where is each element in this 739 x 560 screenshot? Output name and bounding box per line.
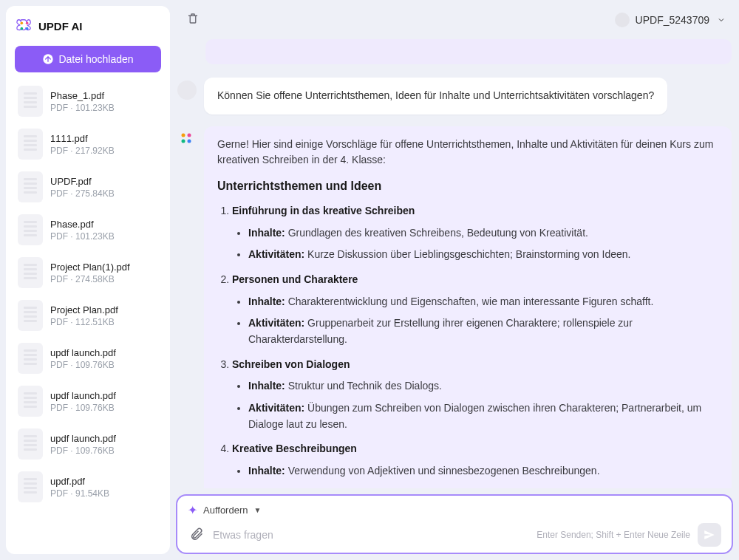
ai-intro: Gerne! Hier sind einige Vorschläge für o… xyxy=(217,137,718,168)
file-meta: PDF · 274.58KB xyxy=(50,274,130,284)
prompt-label: Auffordern xyxy=(203,505,248,516)
svg-point-3 xyxy=(26,27,29,30)
attach-button[interactable] xyxy=(188,525,205,545)
file-name: 1111.pdf xyxy=(50,133,115,144)
pdf-file-icon xyxy=(18,129,43,160)
caret-down-icon: ▼ xyxy=(253,506,261,514)
topic-title: Einführung in das kreative Schreiben xyxy=(232,205,415,216)
pdf-file-icon xyxy=(18,214,43,245)
topic-detail: Inhalte: Struktur und Technik des Dialog… xyxy=(248,378,718,395)
file-item[interactable]: updf launch.pdfPDF · 109.76KB xyxy=(15,380,161,423)
app-logo-icon xyxy=(16,18,33,34)
upload-file-button[interactable]: Datei hochladen xyxy=(15,46,161,72)
pdf-file-icon xyxy=(18,257,43,288)
file-meta: PDF · 217.92KB xyxy=(50,146,115,156)
file-item[interactable]: Phase.pdfPDF · 101.23KB xyxy=(15,208,161,251)
user-avatar-icon xyxy=(615,13,630,27)
svg-point-6 xyxy=(188,133,191,137)
topic-item: Einführung in das kreative SchreibenInha… xyxy=(232,203,718,263)
ai-message-row: Gerne! Hier sind einige Vorschläge für o… xyxy=(177,126,732,488)
topic-item: Schreiben von DialogenInhalte: Struktur … xyxy=(232,357,718,433)
send-icon xyxy=(703,528,716,542)
pdf-file-icon xyxy=(18,171,43,202)
upload-icon xyxy=(42,53,54,65)
svg-point-0 xyxy=(21,22,24,25)
chat-area: Können Sie offene Unterrichtsthemen, Ide… xyxy=(176,39,733,488)
topic-title: Personen und Charaktere xyxy=(232,273,358,285)
input-hint: Enter Senden; Shift + Enter Neue Zeile xyxy=(537,530,690,540)
file-meta: PDF · 112.51KB xyxy=(50,317,118,327)
topic-title: Schreiben von Dialogen xyxy=(232,358,350,370)
user-message-row: Können Sie offene Unterrichtsthemen, Ide… xyxy=(177,78,732,115)
ai-logo-icon xyxy=(177,129,195,147)
file-meta: PDF · 109.76KB xyxy=(50,445,116,456)
sidebar: UPDF AI Datei hochladen Phase_1.pdfPDF ·… xyxy=(6,6,170,554)
file-meta: PDF · 109.76KB xyxy=(50,360,116,370)
file-meta: PDF · 101.23KB xyxy=(50,103,115,113)
ai-message-bubble: Gerne! Hier sind einige Vorschläge für o… xyxy=(204,126,732,488)
ai-sections-list: Einführung in das kreative SchreibenInha… xyxy=(217,203,718,479)
file-list: Phase_1.pdfPDF · 101.23KB1111.pdfPDF · 2… xyxy=(15,80,161,508)
file-item[interactable]: Project Plan(1).pdfPDF · 274.58KB xyxy=(15,251,161,294)
file-item[interactable]: UPDF.pdfPDF · 275.84KB xyxy=(15,165,161,208)
ai-section-heading: Unterrichtsthemen und Ideen xyxy=(217,177,718,196)
file-meta: PDF · 91.54KB xyxy=(50,488,109,499)
file-name: updf.pdf xyxy=(50,476,109,487)
file-name: Project Plan.pdf xyxy=(50,304,118,315)
topic-item: Kreative BeschreibungenInhalte: Verwendu… xyxy=(232,441,718,479)
previous-ai-bubble xyxy=(205,39,732,64)
trash-icon xyxy=(186,12,200,25)
svg-point-8 xyxy=(188,139,191,143)
topic-detail: Inhalte: Grundlagen des kreativen Schrei… xyxy=(248,225,718,242)
input-panel: ✦ Auffordern ▼ Enter Senden; Shift + Ent… xyxy=(176,494,733,554)
prompt-mode-selector[interactable]: ✦ Auffordern ▼ xyxy=(188,503,721,517)
send-button[interactable] xyxy=(698,523,721,547)
chevron-down-icon xyxy=(717,16,726,24)
pdf-file-icon xyxy=(18,300,43,331)
svg-point-1 xyxy=(26,22,29,25)
topic-detail: Inhalte: Verwendung von Adjektiven und s… xyxy=(248,463,718,479)
file-meta: PDF · 101.23KB xyxy=(50,231,115,242)
message-input[interactable] xyxy=(213,523,529,547)
file-item[interactable]: Project Plan.pdfPDF · 112.51KB xyxy=(15,294,161,337)
file-item[interactable]: updf.pdfPDF · 91.54KB xyxy=(15,465,161,508)
file-meta: PDF · 275.84KB xyxy=(50,188,115,199)
sparkle-icon: ✦ xyxy=(188,503,197,517)
paperclip-icon xyxy=(189,527,204,542)
topbar: UPDF_5243709 xyxy=(176,6,733,33)
input-row: Enter Senden; Shift + Enter Neue Zeile xyxy=(188,523,721,547)
svg-point-5 xyxy=(182,133,185,137)
ai-avatar xyxy=(177,129,197,148)
pdf-file-icon xyxy=(18,343,43,374)
pdf-file-icon xyxy=(18,428,43,460)
file-name: UPDF.pdf xyxy=(50,176,115,187)
upload-label: Datei hochladen xyxy=(58,53,133,65)
file-item[interactable]: updf launch.pdfPDF · 109.76KB xyxy=(15,423,161,465)
delete-button[interactable] xyxy=(183,9,202,30)
topic-detail: Inhalte: Charakterentwicklung und Eigens… xyxy=(248,294,718,310)
user-menu[interactable]: UPDF_5243709 xyxy=(615,13,726,27)
file-name: updf launch.pdf xyxy=(50,390,116,401)
pdf-file-icon xyxy=(18,386,43,417)
file-name: Phase.pdf xyxy=(50,219,115,230)
pdf-file-icon xyxy=(18,86,43,117)
file-meta: PDF · 109.76KB xyxy=(50,403,116,413)
file-name: updf launch.pdf xyxy=(50,433,116,444)
topic-detail: Aktivitäten: Kurze Diskussion über Liebl… xyxy=(248,247,718,263)
topic-detail: Aktivitäten: Gruppenarbeit zur Erstellun… xyxy=(248,315,718,347)
sidebar-header: UPDF AI xyxy=(15,15,161,38)
user-message-bubble: Können Sie offene Unterrichtsthemen, Ide… xyxy=(204,78,667,115)
topic-title: Kreative Beschreibungen xyxy=(232,443,357,454)
file-name: Project Plan(1).pdf xyxy=(50,262,130,273)
main-panel: UPDF_5243709 Können Sie offene Unterrich… xyxy=(176,6,733,554)
user-avatar-icon xyxy=(177,81,197,100)
pdf-file-icon xyxy=(18,471,43,502)
file-item[interactable]: updf launch.pdfPDF · 109.76KB xyxy=(15,337,161,380)
svg-point-7 xyxy=(182,139,185,143)
username: UPDF_5243709 xyxy=(636,14,709,26)
app-title: UPDF AI xyxy=(38,20,82,33)
file-name: updf launch.pdf xyxy=(50,347,116,358)
file-item[interactable]: Phase_1.pdfPDF · 101.23KB xyxy=(15,80,161,123)
file-item[interactable]: 1111.pdfPDF · 217.92KB xyxy=(15,123,161,165)
file-name: Phase_1.pdf xyxy=(50,90,115,101)
